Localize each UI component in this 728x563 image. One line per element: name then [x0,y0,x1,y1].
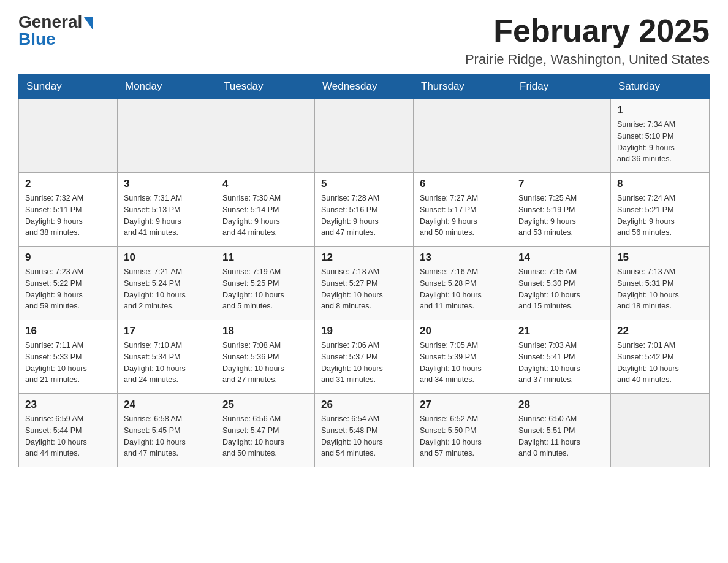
day-number: 10 [124,251,210,264]
day-number: 14 [518,251,604,264]
day-info: Sunrise: 6:56 AM Sunset: 5:47 PM Dayligh… [222,413,308,459]
calendar-cell: 18Sunrise: 7:08 AM Sunset: 5:36 PM Dayli… [216,320,315,394]
day-number: 26 [321,399,407,411]
day-of-week-header: Tuesday [216,74,315,99]
day-info: Sunrise: 7:27 AM Sunset: 5:17 PM Dayligh… [420,193,506,239]
day-number: 13 [420,251,506,264]
calendar-cell: 1Sunrise: 7:34 AM Sunset: 5:10 PM Daylig… [611,99,710,173]
day-of-week-header: Thursday [414,74,512,99]
day-info: Sunrise: 7:25 AM Sunset: 5:19 PM Dayligh… [518,193,604,239]
day-number: 19 [321,325,407,337]
day-number: 21 [518,325,604,337]
calendar-cell: 11Sunrise: 7:19 AM Sunset: 5:25 PM Dayli… [216,247,315,320]
day-info: Sunrise: 7:32 AM Sunset: 5:11 PM Dayligh… [25,193,111,239]
day-info: Sunrise: 7:08 AM Sunset: 5:36 PM Dayligh… [222,340,308,386]
calendar-cell: 28Sunrise: 6:50 AM Sunset: 5:51 PM Dayli… [512,394,611,467]
calendar-cell: 10Sunrise: 7:21 AM Sunset: 5:24 PM Dayli… [118,247,216,320]
day-of-week-header: Friday [512,74,611,99]
calendar-cell: 23Sunrise: 6:59 AM Sunset: 5:44 PM Dayli… [19,394,118,467]
day-info: Sunrise: 7:18 AM Sunset: 5:27 PM Dayligh… [321,266,407,312]
calendar-cell [19,99,118,173]
day-info: Sunrise: 7:23 AM Sunset: 5:22 PM Dayligh… [25,266,111,312]
day-info: Sunrise: 7:15 AM Sunset: 5:30 PM Dayligh… [518,266,604,312]
calendar-cell: 12Sunrise: 7:18 AM Sunset: 5:27 PM Dayli… [315,247,414,320]
day-number: 12 [321,251,407,264]
calendar-cell: 16Sunrise: 7:11 AM Sunset: 5:33 PM Dayli… [19,320,118,394]
calendar-cell: 17Sunrise: 7:10 AM Sunset: 5:34 PM Dayli… [118,320,216,394]
day-of-week-header: Wednesday [315,74,414,99]
logo-blue-text: Blue [18,29,56,49]
days-of-week-row: SundayMondayTuesdayWednesdayThursdayFrid… [19,74,710,99]
calendar-cell: 14Sunrise: 7:15 AM Sunset: 5:30 PM Dayli… [512,247,611,320]
day-of-week-header: Saturday [611,74,710,99]
day-of-week-header: Monday [118,74,216,99]
day-info: Sunrise: 7:21 AM Sunset: 5:24 PM Dayligh… [124,266,210,312]
calendar-week-row: 23Sunrise: 6:59 AM Sunset: 5:44 PM Dayli… [19,394,710,467]
calendar-header: SundayMondayTuesdayWednesdayThursdayFrid… [19,74,710,99]
calendar-cell [611,394,710,467]
calendar-cell [216,99,315,173]
day-number: 24 [124,399,210,411]
day-number: 11 [222,251,308,264]
calendar-cell: 19Sunrise: 7:06 AM Sunset: 5:37 PM Dayli… [315,320,414,394]
calendar-week-row: 16Sunrise: 7:11 AM Sunset: 5:33 PM Dayli… [19,320,710,394]
day-number: 20 [420,325,506,337]
day-number: 8 [617,178,703,190]
day-info: Sunrise: 7:06 AM Sunset: 5:37 PM Dayligh… [321,340,407,386]
calendar-cell: 21Sunrise: 7:03 AM Sunset: 5:41 PM Dayli… [512,320,611,394]
day-number: 6 [420,178,506,190]
day-info: Sunrise: 7:19 AM Sunset: 5:25 PM Dayligh… [222,266,308,312]
calendar-cell: 3Sunrise: 7:31 AM Sunset: 5:13 PM Daylig… [118,173,216,247]
calendar-cell: 9Sunrise: 7:23 AM Sunset: 5:22 PM Daylig… [19,247,118,320]
calendar-cell: 24Sunrise: 6:58 AM Sunset: 5:45 PM Dayli… [118,394,216,467]
calendar-cell: 26Sunrise: 6:54 AM Sunset: 5:48 PM Dayli… [315,394,414,467]
calendar-cell: 5Sunrise: 7:28 AM Sunset: 5:16 PM Daylig… [315,173,414,247]
calendar-cell: 7Sunrise: 7:25 AM Sunset: 5:19 PM Daylig… [512,173,611,247]
day-info: Sunrise: 7:30 AM Sunset: 5:14 PM Dayligh… [222,193,308,239]
day-number: 17 [124,325,210,337]
calendar-cell: 4Sunrise: 7:30 AM Sunset: 5:14 PM Daylig… [216,173,315,247]
day-info: Sunrise: 6:58 AM Sunset: 5:45 PM Dayligh… [124,413,210,459]
day-info: Sunrise: 7:31 AM Sunset: 5:13 PM Dayligh… [124,193,210,239]
calendar-cell [414,99,512,173]
day-info: Sunrise: 7:13 AM Sunset: 5:31 PM Dayligh… [617,266,703,312]
day-number: 23 [25,399,111,411]
day-info: Sunrise: 7:28 AM Sunset: 5:16 PM Dayligh… [321,193,407,239]
day-number: 28 [518,399,604,411]
calendar-cell [512,99,611,173]
day-number: 4 [222,178,308,190]
calendar-week-row: 2Sunrise: 7:32 AM Sunset: 5:11 PM Daylig… [19,173,710,247]
day-info: Sunrise: 6:50 AM Sunset: 5:51 PM Dayligh… [518,413,604,459]
calendar-cell: 25Sunrise: 6:56 AM Sunset: 5:47 PM Dayli… [216,394,315,467]
day-info: Sunrise: 7:16 AM Sunset: 5:28 PM Dayligh… [420,266,506,312]
day-info: Sunrise: 7:24 AM Sunset: 5:21 PM Dayligh… [617,193,703,239]
day-number: 9 [25,251,111,264]
day-number: 7 [518,178,604,190]
calendar-cell: 8Sunrise: 7:24 AM Sunset: 5:21 PM Daylig… [611,173,710,247]
calendar-cell: 13Sunrise: 7:16 AM Sunset: 5:28 PM Dayli… [414,247,512,320]
calendar-cell: 27Sunrise: 6:52 AM Sunset: 5:50 PM Dayli… [414,394,512,467]
day-info: Sunrise: 7:05 AM Sunset: 5:39 PM Dayligh… [420,340,506,386]
calendar-week-row: 9Sunrise: 7:23 AM Sunset: 5:22 PM Daylig… [19,247,710,320]
calendar-week-row: 1Sunrise: 7:34 AM Sunset: 5:10 PM Daylig… [19,99,710,173]
day-of-week-header: Sunday [19,74,118,99]
day-number: 18 [222,325,308,337]
calendar-table: SundayMondayTuesdayWednesdayThursdayFrid… [18,74,710,467]
page-header: General Blue February 2025 Prairie Ridge… [18,12,710,67]
calendar-cell: 6Sunrise: 7:27 AM Sunset: 5:17 PM Daylig… [414,173,512,247]
calendar-cell: 2Sunrise: 7:32 AM Sunset: 5:11 PM Daylig… [19,173,118,247]
day-info: Sunrise: 6:54 AM Sunset: 5:48 PM Dayligh… [321,413,407,459]
day-info: Sunrise: 7:10 AM Sunset: 5:34 PM Dayligh… [124,340,210,386]
calendar-subtitle: Prairie Ridge, Washington, United States [465,52,710,67]
day-number: 15 [617,251,703,264]
day-info: Sunrise: 7:11 AM Sunset: 5:33 PM Dayligh… [25,340,111,386]
logo-triangle-icon [84,17,93,29]
day-info: Sunrise: 7:34 AM Sunset: 5:10 PM Dayligh… [617,119,703,165]
day-info: Sunrise: 7:01 AM Sunset: 5:42 PM Dayligh… [617,340,703,386]
day-number: 2 [25,178,111,190]
day-number: 22 [617,325,703,337]
day-number: 1 [617,104,703,117]
title-block: February 2025 Prairie Ridge, Washington,… [465,12,710,67]
day-info: Sunrise: 6:59 AM Sunset: 5:44 PM Dayligh… [25,413,111,459]
calendar-title: February 2025 [465,12,710,49]
